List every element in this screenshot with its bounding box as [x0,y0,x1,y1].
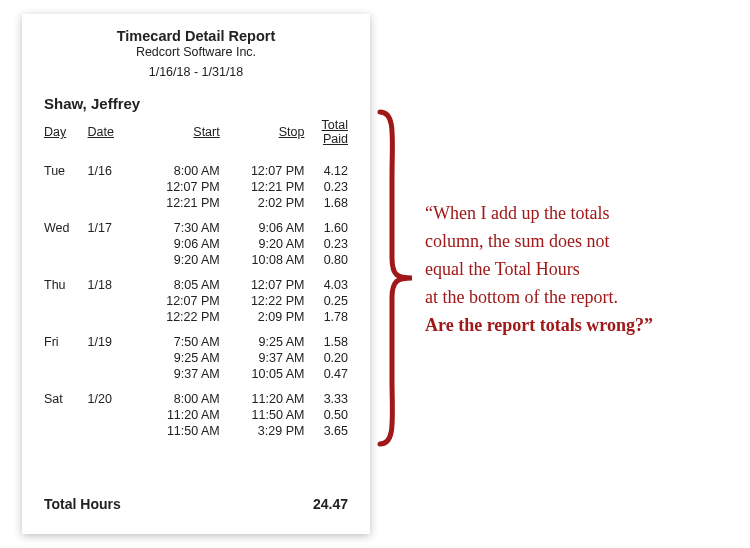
cell-stop: 12:21 PM [220,179,305,195]
table-row: 11:50 AM3:29 PM3.65 [44,423,348,439]
cell-total: 0.50 [304,407,348,423]
cell-date [88,366,135,382]
col-start: Start [135,118,220,154]
table-body: Tue1/168:00 AM12:07 PM4.1212:07 PM12:21 … [44,154,348,439]
cell-day [44,179,88,195]
cell-stop: 11:50 AM [220,407,305,423]
cell-day [44,366,88,382]
table-row: Fri1/197:50 AM9:25 AM1.58 [44,325,348,350]
cell-date [88,350,135,366]
report-company: Redcort Software Inc. [44,45,348,59]
cell-total: 3.33 [304,382,348,407]
table-row: 12:07 PM12:21 PM0.23 [44,179,348,195]
cell-total: 0.80 [304,252,348,268]
table-row: Thu1/188:05 AM12:07 PM4.03 [44,268,348,293]
cell-start: 8:05 AM [135,268,220,293]
curly-brace-icon [374,108,416,448]
cell-stop: 10:05 AM [220,366,305,382]
cell-day: Thu [44,268,88,293]
cell-start: 12:22 PM [135,309,220,325]
cell-total: 0.25 [304,293,348,309]
cell-total: 4.12 [304,154,348,179]
cell-total: 0.20 [304,350,348,366]
cell-start: 8:00 AM [135,382,220,407]
cell-date [88,179,135,195]
cell-day: Sat [44,382,88,407]
table-row: 9:20 AM10:08 AM0.80 [44,252,348,268]
total-hours-row: Total Hours 24.47 [44,496,348,512]
cell-stop: 12:07 PM [220,268,305,293]
cell-total: 0.23 [304,179,348,195]
cell-date [88,423,135,439]
table-row: 9:06 AM9:20 AM0.23 [44,236,348,252]
cell-start: 11:20 AM [135,407,220,423]
cell-stop: 9:25 AM [220,325,305,350]
cell-stop: 10:08 AM [220,252,305,268]
cell-stop: 3:29 PM [220,423,305,439]
cell-start: 12:21 PM [135,195,220,211]
cell-total: 0.23 [304,236,348,252]
cell-date [88,195,135,211]
cell-date [88,309,135,325]
cell-date: 1/20 [88,382,135,407]
cell-day: Wed [44,211,88,236]
cell-day [44,293,88,309]
cell-date [88,293,135,309]
cell-total: 1.78 [304,309,348,325]
cell-start: 9:37 AM [135,366,220,382]
annotation-text: “When I add up the totals column, the su… [425,200,735,339]
table-row: Tue1/168:00 AM12:07 PM4.12 [44,154,348,179]
timecard-report: Timecard Detail Report Redcort Software … [22,14,370,534]
cell-day [44,195,88,211]
cell-day [44,407,88,423]
table-row: Sat1/208:00 AM11:20 AM3.33 [44,382,348,407]
table-row: 9:37 AM10:05 AM0.47 [44,366,348,382]
table-row: 12:07 PM12:22 PM0.25 [44,293,348,309]
cell-start: 12:07 PM [135,179,220,195]
total-hours-value: 24.47 [313,496,348,512]
employee-name: Shaw, Jeffrey [44,95,348,112]
cell-start: 9:25 AM [135,350,220,366]
cell-total: 1.58 [304,325,348,350]
col-date: Date [88,118,135,154]
cell-start: 9:20 AM [135,252,220,268]
table-row: 12:22 PM2:09 PM1.78 [44,309,348,325]
annotation-line: at the bottom of the report. [425,284,735,312]
cell-stop: 9:20 AM [220,236,305,252]
cell-date [88,252,135,268]
cell-total: 1.68 [304,195,348,211]
annotation-line: column, the sum does not [425,228,735,256]
cell-date: 1/17 [88,211,135,236]
total-hours-label: Total Hours [44,496,121,512]
cell-stop: 9:37 AM [220,350,305,366]
cell-day [44,423,88,439]
col-total-paid: Total Paid [304,118,348,154]
table-row: 9:25 AM9:37 AM0.20 [44,350,348,366]
cell-start: 7:50 AM [135,325,220,350]
cell-stop: 12:22 PM [220,293,305,309]
cell-date [88,236,135,252]
cell-total: 3.65 [304,423,348,439]
cell-total: 4.03 [304,268,348,293]
report-date-range: 1/16/18 - 1/31/18 [44,65,348,79]
col-day: Day [44,118,88,154]
cell-start: 8:00 AM [135,154,220,179]
cell-date: 1/18 [88,268,135,293]
cell-day [44,236,88,252]
cell-total: 0.47 [304,366,348,382]
cell-total: 1.60 [304,211,348,236]
timecard-table: Day Date Start Stop Total Paid Tue1/168:… [44,118,348,439]
table-header-row: Day Date Start Stop Total Paid [44,118,348,154]
annotation-line: equal the Total Hours [425,256,735,284]
cell-date: 1/16 [88,154,135,179]
cell-date [88,407,135,423]
cell-day [44,350,88,366]
table-row: 12:21 PM2:02 PM1.68 [44,195,348,211]
cell-day [44,309,88,325]
report-title: Timecard Detail Report [44,28,348,44]
cell-start: 9:06 AM [135,236,220,252]
table-row: 11:20 AM11:50 AM0.50 [44,407,348,423]
cell-start: 7:30 AM [135,211,220,236]
cell-day: Fri [44,325,88,350]
cell-day: Tue [44,154,88,179]
